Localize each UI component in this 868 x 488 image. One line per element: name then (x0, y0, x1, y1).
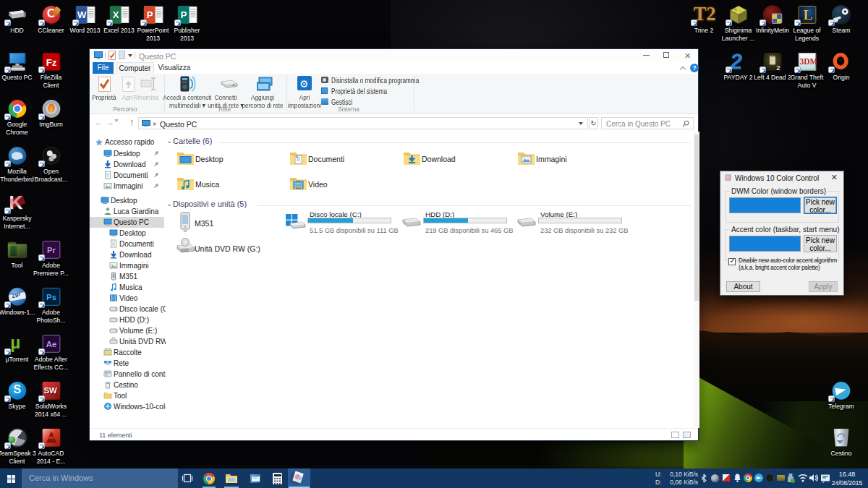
svg-text:DVD: DVD (181, 248, 189, 252)
